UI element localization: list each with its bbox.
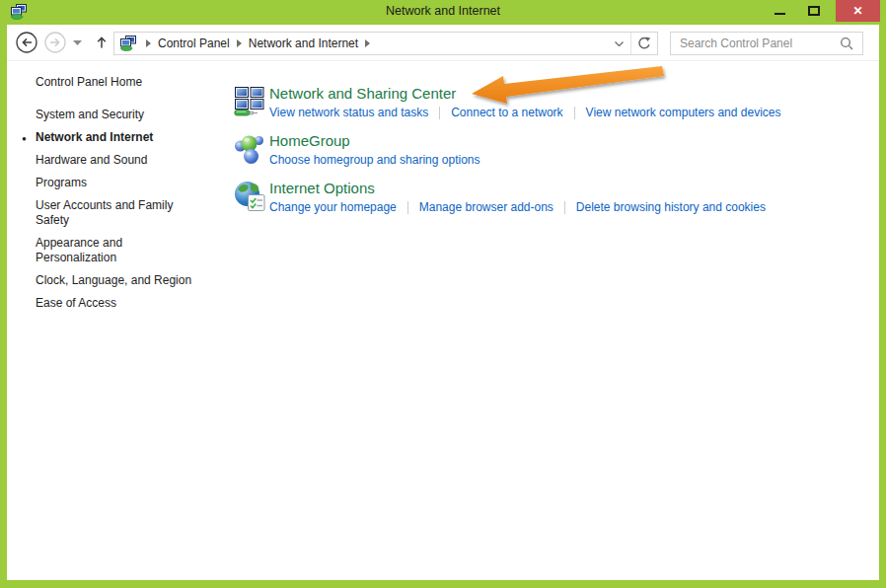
link-separator bbox=[574, 107, 575, 119]
link-view-network-status[interactable]: View network status and tasks bbox=[269, 106, 428, 120]
link-delete-browsing-history[interactable]: Delete browsing history and cookies bbox=[576, 200, 766, 215]
search-icon[interactable] bbox=[840, 37, 853, 50]
refresh-button[interactable] bbox=[631, 33, 657, 54]
minimize-icon bbox=[775, 13, 785, 15]
link-separator bbox=[407, 201, 408, 214]
link-separator bbox=[564, 201, 565, 214]
back-button[interactable] bbox=[16, 32, 37, 53]
sidebar-item-appearance[interactable]: Appearance and Personalization bbox=[36, 236, 201, 265]
titlebar: Network and Internet ✕ bbox=[0, 0, 886, 25]
internet-options-icon[interactable] bbox=[234, 181, 265, 212]
section-title-internet-options[interactable]: Internet Options bbox=[269, 179, 766, 197]
sidebar-item-programs[interactable]: Programs bbox=[36, 176, 201, 190]
minimize-button[interactable] bbox=[765, 0, 794, 22]
search-box bbox=[670, 32, 863, 55]
window-title: Network and Internet bbox=[0, 4, 886, 18]
sidebar: Control Panel Home System and Security ●… bbox=[7, 61, 222, 580]
recent-pages-dropdown[interactable] bbox=[73, 40, 82, 45]
section-title-homegroup[interactable]: HomeGroup bbox=[269, 131, 480, 150]
active-bullet-icon: ● bbox=[22, 131, 27, 146]
search-input[interactable] bbox=[671, 37, 840, 50]
forward-button[interactable] bbox=[44, 32, 66, 53]
address-dropdown-button[interactable] bbox=[607, 33, 630, 54]
sidebar-item-label: Network and Internet bbox=[36, 130, 153, 144]
homegroup-icon[interactable] bbox=[234, 133, 265, 165]
page-body: Control Panel Home System and Security ●… bbox=[7, 61, 879, 580]
address-bar-controls bbox=[607, 33, 657, 54]
section-internet-options: Internet Options Change your homepage Ma… bbox=[234, 179, 879, 215]
link-view-network-computers[interactable]: View network computers and devices bbox=[586, 106, 781, 120]
link-separator bbox=[439, 107, 440, 119]
network-sharing-center-icon[interactable] bbox=[234, 86, 265, 117]
window-body: Control Panel Network and Internet bbox=[7, 25, 879, 580]
maximize-button[interactable] bbox=[799, 0, 828, 22]
link-manage-browser-addons[interactable]: Manage browser add-ons bbox=[419, 200, 554, 215]
sidebar-item-ease-of-access[interactable]: Ease of Access bbox=[36, 296, 201, 311]
network-breadcrumb-icon bbox=[120, 36, 136, 51]
section-homegroup: HomeGroup Choose homegroup and sharing o… bbox=[234, 131, 879, 168]
main-content: Network and Sharing Center View network … bbox=[222, 61, 879, 580]
sidebar-item-system-and-security[interactable]: System and Security bbox=[36, 108, 201, 122]
up-button[interactable] bbox=[94, 35, 110, 50]
sidebar-item-control-panel-home[interactable]: Control Panel Home bbox=[36, 75, 222, 90]
address-bar[interactable]: Control Panel Network and Internet bbox=[113, 32, 658, 55]
window-controls: ✕ bbox=[765, 0, 880, 22]
section-title-network-sharing-center[interactable]: Network and Sharing Center bbox=[269, 84, 781, 103]
close-button[interactable]: ✕ bbox=[836, 0, 880, 22]
breadcrumb-chevron-icon[interactable] bbox=[139, 39, 158, 47]
link-choose-homegroup-options[interactable]: Choose homegroup and sharing options bbox=[269, 153, 480, 168]
navigation-toolbar: Control Panel Network and Internet bbox=[7, 25, 879, 61]
breadcrumb-network-and-internet[interactable]: Network and Internet bbox=[249, 37, 358, 50]
link-connect-to-network[interactable]: Connect to a network bbox=[451, 106, 562, 120]
sidebar-item-user-accounts[interactable]: User Accounts and Family Safety bbox=[36, 198, 201, 228]
section-network-and-sharing-center: Network and Sharing Center View network … bbox=[234, 84, 879, 120]
link-change-homepage[interactable]: Change your homepage bbox=[269, 200, 397, 215]
breadcrumb-chevron-icon[interactable] bbox=[230, 39, 249, 47]
sidebar-item-clock-language-region[interactable]: Clock, Language, and Region bbox=[36, 273, 201, 288]
close-icon: ✕ bbox=[852, 4, 862, 18]
maximize-icon bbox=[808, 6, 820, 16]
breadcrumb-control-panel[interactable]: Control Panel bbox=[158, 37, 230, 50]
breadcrumb-chevron-icon[interactable] bbox=[358, 39, 377, 47]
sidebar-item-network-and-internet[interactable]: ● Network and Internet bbox=[36, 130, 201, 145]
sidebar-item-hardware-and-sound[interactable]: Hardware and Sound bbox=[36, 153, 201, 168]
